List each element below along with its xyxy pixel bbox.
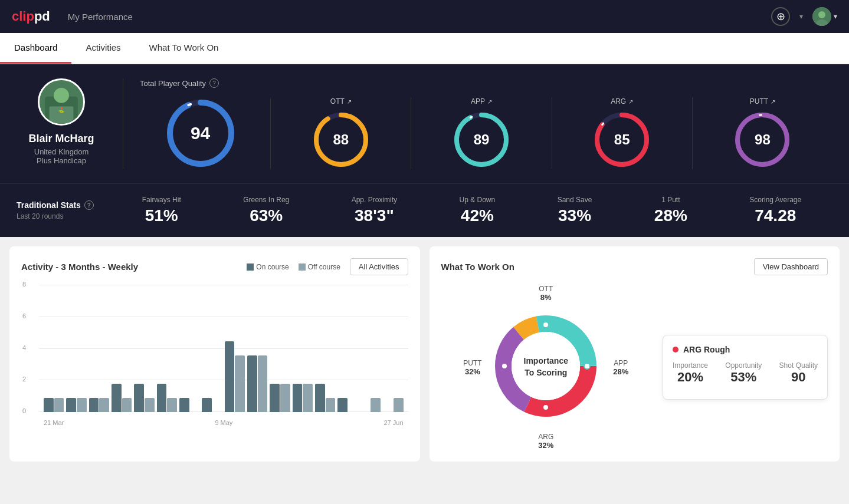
metric-opportunity-label: Opportunity — [725, 361, 762, 370]
logo-area: clippd My Performance — [12, 9, 133, 24]
hero-section: ⛳ Blair McHarg United Kingdom Plus Handi… — [0, 64, 849, 183]
wtwo-panel-header: What To Work On View Dashboard — [441, 258, 828, 275]
score-card-ott: OTT ↗ 88 — [271, 97, 411, 169]
arg-label: ARG ↗ — [611, 97, 633, 106]
stat-greens-value: 63% — [243, 206, 289, 225]
add-button[interactable]: ⊕ — [771, 7, 790, 26]
logo-pd: pd — [34, 9, 50, 24]
bar-offcourse-9 — [258, 355, 268, 412]
wtwo-panel: What To Work On View Dashboard OTT 8% AP… — [430, 246, 840, 462]
stats-items: Fairways Hit 51% Greens In Reg 63% App. … — [111, 196, 832, 225]
bar-offcourse-12 — [326, 398, 336, 412]
stats-subtitle: Last 20 rounds — [17, 212, 111, 220]
tab-what-to-work-on[interactable]: What To Work On — [135, 33, 233, 64]
bar-group-3 — [112, 384, 132, 412]
stat-fairways-label: Fairways Hit — [142, 196, 181, 204]
svg-point-28 — [543, 322, 549, 328]
metric-importance-label: Importance — [673, 361, 708, 370]
view-dashboard-button[interactable]: View Dashboard — [754, 258, 828, 275]
stat-scoring-label: Scoring Average — [749, 196, 801, 204]
bar-oncourse-11 — [293, 384, 303, 412]
bar-group-2 — [89, 398, 109, 412]
tab-activities[interactable]: Activities — [71, 33, 135, 64]
all-activities-button[interactable]: All Activities — [350, 258, 408, 275]
wtwo-content: OTT 8% APP 28% ARG 32% PUTT — [441, 285, 828, 450]
logo-clip: clip — [12, 9, 34, 24]
stat-scoring-value: 74.28 — [749, 206, 801, 225]
bar-offcourse-11 — [303, 384, 313, 412]
tpq-score: 94 — [191, 123, 210, 143]
hero-content: ⛳ Blair McHarg United Kingdom Plus Handi… — [17, 78, 832, 169]
add-chevron: ▾ — [799, 12, 803, 21]
stat-oneputt: 1 Putt 28% — [654, 196, 687, 225]
app-header: clippd My Performance ⊕ ▾ ▾ — [0, 0, 849, 33]
detail-card: ARG Rough Importance 20% Opportunity 53%… — [663, 335, 828, 400]
metric-opportunity-value: 53% — [725, 370, 762, 385]
donut-center: Importance To Scoring — [524, 355, 568, 378]
bar-oncourse-8 — [225, 341, 235, 412]
stat-oneputt-value: 28% — [654, 206, 687, 225]
bar-oncourse-12 — [315, 384, 325, 412]
bar-offcourse-10 — [280, 384, 290, 412]
logo: clippd — [12, 9, 50, 24]
stat-proximity-label: App. Proximity — [352, 196, 397, 204]
legend-oncourse-dot — [247, 263, 254, 271]
stat-sandsave: Sand Save 33% — [558, 196, 592, 225]
donut-svg-container: Importance To Scoring — [493, 313, 599, 421]
x-label-may: 9 May — [215, 419, 232, 426]
arg-segment-label: ARG — [538, 433, 553, 441]
app-score: 89 — [474, 131, 490, 148]
stat-updown-label: Up & Down — [460, 196, 496, 204]
bar-group-14 — [360, 398, 381, 412]
bar-offcourse-5 — [167, 398, 177, 412]
app-segment-percent: 28% — [613, 367, 628, 376]
tpq-label: Total Player Quality ? — [140, 78, 832, 88]
bar-oncourse-13 — [337, 398, 348, 412]
card-dot — [673, 347, 678, 353]
avatar-chevron: ▾ — [834, 12, 837, 21]
scores-section: Total Player Quality ? 94 — [123, 78, 832, 169]
ott-segment-percent: 8% — [539, 293, 553, 302]
activity-chart-title: Activity - 3 Months - Weekly — [21, 262, 138, 272]
putt-arrow: ↗ — [771, 98, 775, 105]
putt-score: 98 — [755, 131, 771, 148]
svg-point-29 — [584, 363, 590, 369]
bar-oncourse-9 — [247, 355, 257, 412]
svg-point-5 — [54, 88, 69, 103]
svg-point-1 — [818, 11, 825, 18]
bar-group-5 — [157, 384, 177, 412]
donut-label-app: APP 28% — [613, 359, 628, 376]
bar-group-8 — [225, 341, 245, 412]
stats-help-icon[interactable]: ? — [84, 200, 94, 210]
app-arrow: ↗ — [487, 98, 492, 105]
bar-oncourse-5 — [157, 384, 167, 412]
metric-shotquality-label: Shot Quality — [779, 361, 818, 370]
bar-group-7 — [202, 398, 222, 412]
bar-offcourse-15 — [394, 398, 404, 412]
bar-group-10 — [270, 384, 290, 412]
activity-chart-area: 8 6 4 2 0 21 Mar 9 May 27 Jun — [21, 285, 408, 426]
metric-shotquality-value: 90 — [779, 370, 818, 385]
ott-segment-label: OTT — [539, 285, 553, 293]
bar-offcourse-1 — [77, 398, 87, 412]
card-metrics: Importance 20% Opportunity 53% Shot Qual… — [673, 361, 818, 385]
chart-legend: On course Off course — [247, 263, 340, 271]
arg-score: 85 — [614, 131, 630, 148]
donut-wrapper: OTT 8% APP 28% ARG 32% PUTT — [463, 285, 628, 450]
avatar-button[interactable]: ▾ — [812, 7, 837, 26]
bar-oncourse-2 — [89, 398, 99, 412]
gauge-main: 94 — [165, 98, 236, 169]
player-name: Blair McHarg — [28, 133, 94, 145]
score-card-app: APP ↗ 89 — [411, 97, 552, 169]
bar-group-4 — [134, 384, 154, 412]
activity-panel: Activity - 3 Months - Weekly On course O… — [9, 246, 420, 462]
bar-group-13 — [337, 398, 358, 412]
tpq-help-icon[interactable]: ? — [209, 78, 219, 88]
tab-dashboard[interactable]: Dashboard — [0, 33, 71, 64]
bar-group-9 — [247, 355, 267, 412]
metric-shotquality: Shot Quality 90 — [779, 361, 818, 385]
bar-oncourse-7 — [202, 398, 212, 412]
ott-label: OTT ↗ — [330, 97, 352, 106]
svg-point-31 — [501, 363, 507, 369]
card-detail-title: ARG Rough — [683, 345, 730, 354]
